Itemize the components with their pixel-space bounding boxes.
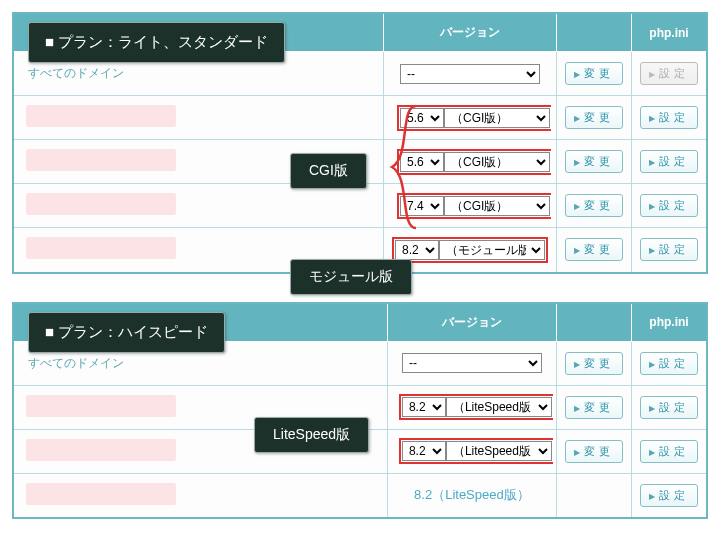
all-domains-label: すべてのドメイン [22, 66, 124, 80]
settings-button[interactable]: 設定 [640, 238, 698, 261]
version-kind-select[interactable]: （LiteSpeed版） [446, 397, 552, 417]
settings-button[interactable]: 設定 [640, 484, 698, 507]
change-button[interactable]: 変更 [565, 106, 623, 129]
settings-button[interactable]: 設定 [640, 150, 698, 173]
domain-redacted [26, 483, 176, 505]
change-button[interactable]: 変更 [565, 352, 623, 375]
col-phpini: php.ini [631, 304, 706, 342]
all-domains-label: すべてのドメイン [22, 356, 124, 370]
brace-icon [388, 102, 418, 232]
domain-redacted [26, 105, 176, 127]
table-row: 7.4 （CGI版） 変更 設定 [14, 184, 706, 228]
change-button[interactable]: 変更 [565, 396, 623, 419]
callout-module: モジュール版 [290, 259, 412, 295]
col-change [556, 304, 631, 342]
col-version: バージョン [384, 14, 557, 52]
panel-highspeed: ■ プラン：ハイスピード LiteSpeed版 バージョン php.ini すべ… [12, 302, 708, 520]
change-button[interactable]: 変更 [565, 62, 623, 85]
version-select-all[interactable]: -- [400, 64, 540, 84]
settings-button[interactable]: 設定 [640, 352, 698, 375]
settings-button[interactable]: 設定 [640, 106, 698, 129]
col-phpini: php.ini [632, 14, 707, 52]
settings-button[interactable]: 設定 [640, 194, 698, 217]
version-number-select[interactable]: 8.2 [402, 441, 446, 461]
change-button[interactable]: 変更 [565, 150, 623, 173]
version-kind-select[interactable]: （CGI版） [444, 152, 550, 172]
panel-lite-standard: ■ プラン：ライト、スタンダード CGI版 モジュール版 バージョン php.i… [12, 12, 708, 274]
domain-redacted [26, 149, 176, 171]
col-change [557, 14, 632, 52]
change-button[interactable]: 変更 [565, 238, 623, 261]
change-button[interactable]: 変更 [565, 440, 623, 463]
settings-button[interactable]: 設定 [640, 440, 698, 463]
version-select-all[interactable]: -- [402, 353, 542, 373]
col-version: バージョン [387, 304, 556, 342]
litespeed-fixed-text: 8.2（LiteSpeed版） [414, 487, 530, 502]
settings-button-disabled: 設定 [640, 62, 698, 85]
version-number-select[interactable]: 8.2 [395, 240, 439, 260]
callout-cgi: CGI版 [290, 153, 367, 189]
version-number-select[interactable]: 8.2 [402, 397, 446, 417]
domain-redacted [26, 193, 176, 215]
domain-redacted [26, 237, 176, 259]
table-row: 8.2（LiteSpeed版） 設定 [14, 473, 706, 517]
version-kind-select[interactable]: （CGI版） [444, 108, 550, 128]
change-button[interactable]: 変更 [565, 194, 623, 217]
callout-litespeed: LiteSpeed版 [254, 417, 369, 453]
domain-redacted [26, 395, 176, 417]
version-kind-select[interactable]: （モジュール版） [439, 240, 545, 260]
domain-redacted [26, 439, 176, 461]
table-row: 5.6 （CGI版） 変更 設定 [14, 96, 706, 140]
version-kind-select[interactable]: （LiteSpeed版） [446, 441, 552, 461]
plan-label-highspeed: ■ プラン：ハイスピード [28, 312, 225, 353]
version-kind-select[interactable]: （CGI版） [444, 196, 550, 216]
plan-label-lite-standard: ■ プラン：ライト、スタンダード [28, 22, 285, 63]
settings-button[interactable]: 設定 [640, 396, 698, 419]
